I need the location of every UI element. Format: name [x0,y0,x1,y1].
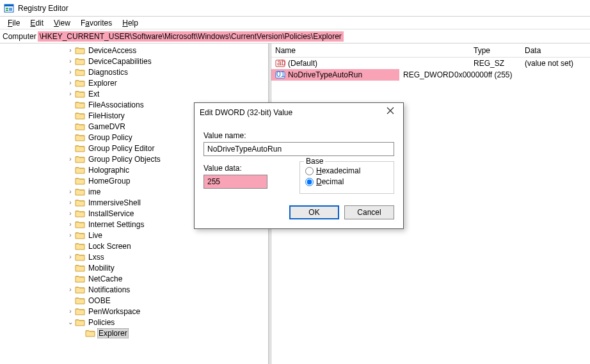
folder-icon [75,187,85,196]
expander-icon[interactable]: › [67,221,74,228]
expander-icon[interactable]: › [67,253,74,260]
tree-node-label: Holographic [87,166,131,175]
folder-icon [75,198,85,207]
folder-icon [75,144,85,153]
folder-icon [75,111,85,120]
folder-icon [75,296,85,305]
tree-node-explorer[interactable]: Explorer [0,328,268,338]
folder-icon [75,79,85,88]
tree-node-diagnostics[interactable]: ›Diagnostics [0,67,268,77]
window-title: Registry Editor [18,4,68,13]
expander-icon[interactable]: › [67,155,74,162]
col-header-type[interactable]: Type [470,44,521,57]
tree-node-label: PenWorkspace [87,307,141,316]
menu-help[interactable]: Help [117,17,143,29]
folder-icon [85,329,95,338]
radio-dec-input[interactable] [305,178,314,186]
tree-node-label: FileHistory [87,111,126,120]
dialog-close-button[interactable] [383,107,398,118]
regedit-app-icon [4,3,14,13]
tree-node-label: Live [87,231,104,240]
value-data-label: Value data: [203,164,299,173]
list-rows: ab(Default)REG_SZ(value not set)011NoDri… [271,58,590,81]
folder-icon [75,209,85,218]
expander-icon[interactable]: › [67,232,74,239]
tree-node-label: ime [87,187,102,196]
folder-icon [75,166,85,175]
value-row-default[interactable]: ab(Default)REG_SZ(value not set) [271,58,590,69]
tree-node-notifications[interactable]: ›Notifications [0,284,268,295]
value-type: REG_SZ [470,58,521,68]
expander-icon[interactable]: › [67,308,74,315]
tree-node-label: Diagnostics [87,68,129,77]
folder-icon [75,264,85,273]
tree-node-devicecapabilities[interactable]: ›DeviceCapabilities [0,56,268,67]
tree-node-label: ImmersiveShell [87,198,142,207]
tree-node-label: HomeGroup [87,177,131,186]
expander-icon[interactable]: › [67,188,74,195]
folder-icon [75,68,85,77]
tree-node-explorer[interactable]: ›Explorer [0,77,268,88]
tree-node-label: Group Policy Editor [87,144,155,153]
tree-node-label: DeviceAccess [87,46,138,55]
radio-hex-input[interactable] [305,167,314,175]
folder-icon [75,274,85,283]
tree-node-lock-screen[interactable]: Lock Screen [0,241,268,251]
folder-icon [75,133,85,142]
expander-icon[interactable]: › [67,210,74,217]
tree-node-penworkspace[interactable]: ›PenWorkspace [0,306,268,317]
svg-rect-2 [6,8,8,9]
edit-dword-dialog: Edit DWORD (32-bit) Value Value name: Va… [194,102,404,229]
folder-icon [75,220,85,229]
expander-icon[interactable]: ⌄ [67,319,74,326]
tree-node-lxss[interactable]: ›Lxss [0,251,268,262]
ok-button[interactable]: OK [289,205,339,219]
tree-node-label: FileAssociations [87,100,145,109]
address-bar[interactable]: Computer \HKEY_CURRENT_USER\Software\Mic… [0,29,590,44]
menu-edit[interactable]: Edit [25,17,49,29]
radio-hexadecimal[interactable]: Hexadecimal [305,166,388,175]
col-header-data[interactable]: Data [521,44,590,57]
value-name-field[interactable] [203,142,394,156]
expander-icon[interactable]: › [67,47,74,54]
folder-icon [75,46,85,55]
tree-node-label: InstallService [87,209,135,218]
address-prefix: Computer [3,32,36,41]
value-name: (Default) [288,59,317,68]
tree-node-live[interactable]: ›Live [0,230,268,241]
folder-icon [75,307,85,316]
expander-icon[interactable]: › [67,199,74,206]
value-data: 0x000000ff (255) [450,70,590,80]
value-data-field[interactable] [203,175,267,189]
expander-icon[interactable]: › [67,79,74,86]
tree-node-policies[interactable]: ⌄Policies [0,317,268,328]
tree-node-oobe[interactable]: OOBE [0,295,268,306]
svg-rect-3 [6,10,8,11]
menu-favorites[interactable]: Favorites [76,17,117,29]
menu-file[interactable]: File [3,17,25,29]
expander-icon[interactable]: › [67,58,74,65]
address-path: \HKEY_CURRENT_USER\Software\Microsoft\Wi… [38,31,344,42]
menu-view[interactable]: View [49,17,76,29]
tree-node-label: NetCache [87,274,124,283]
cancel-button[interactable]: Cancel [344,205,394,219]
dialog-titlebar[interactable]: Edit DWORD (32-bit) Value [195,103,403,122]
tree-node-label: Lock Screen [87,242,132,251]
expander-icon[interactable]: › [67,68,74,75]
titlebar: Registry Editor [0,0,590,17]
value-data: (value not set) [521,58,590,68]
expander-icon[interactable]: › [67,90,74,97]
col-header-name[interactable]: Name [271,44,470,57]
tree-node-label: Explorer [87,79,118,88]
value-row-nodrivetypeautorun[interactable]: 011NoDriveTypeAutoRunREG_DWORD0x000000ff… [271,69,590,81]
tree-node-mobility[interactable]: Mobility [0,262,268,273]
tree-node-ext[interactable]: ›Ext [0,88,268,99]
dialog-body: Value name: Value data: Base Hexadecimal… [195,122,403,228]
tree-node-label: Explorer [97,328,129,338]
radio-decimal[interactable]: Decimal [305,177,388,186]
tree-node-deviceaccess[interactable]: ›DeviceAccess [0,45,268,56]
expander-icon[interactable]: › [67,286,74,293]
base-legend: Base [304,157,325,166]
tree-node-netcache[interactable]: NetCache [0,273,268,284]
folder-icon [75,155,85,164]
